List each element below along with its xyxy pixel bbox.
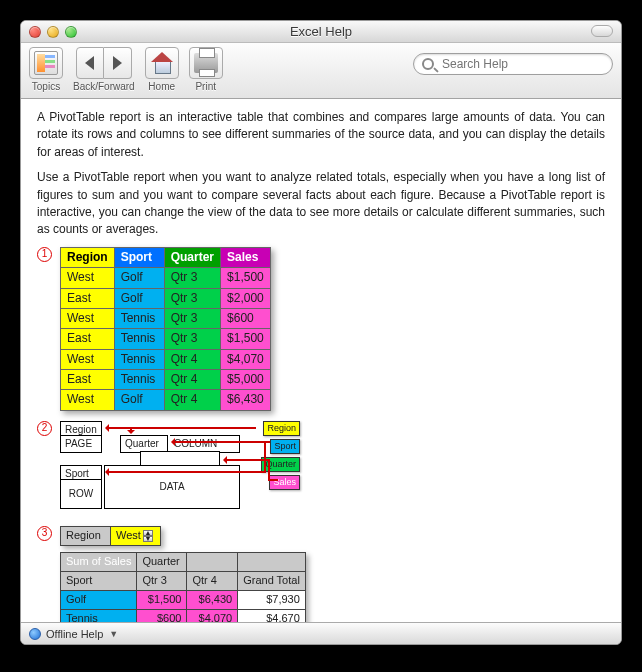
help-window: Excel Help Topics Back/Forward Home: [20, 20, 622, 645]
arrow-icon: [106, 471, 264, 473]
backforward-label: Back/Forward: [73, 81, 135, 92]
home-label: Home: [148, 81, 175, 92]
status-label[interactable]: Offline Help: [46, 628, 103, 640]
back-button[interactable]: [76, 47, 104, 79]
help-content[interactable]: A PivotTable report is an interactive ta…: [21, 99, 621, 622]
toolbar: Topics Back/Forward Home Print: [21, 43, 621, 99]
topics-icon: [34, 51, 58, 75]
table-row: WestTennisQtr 4$4,070: [61, 349, 271, 369]
table-row: EastTennisQtr 4$5,000: [61, 370, 271, 390]
th-region: Region: [61, 247, 115, 267]
arrow-icon: [106, 427, 256, 429]
table-row: WestGolfQtr 4$6,430: [61, 390, 271, 410]
search-input[interactable]: [440, 56, 604, 72]
table-row: EastTennisQtr 3$1,500: [61, 329, 271, 349]
th-sales: Sales: [221, 247, 271, 267]
intro-paragraph-1: A PivotTable report is an interactive ta…: [37, 109, 605, 161]
globe-icon: [29, 628, 41, 640]
toolbar-pill-button[interactable]: [591, 25, 613, 37]
chip-sport: Sport: [270, 439, 300, 454]
intro-paragraph-2: Use a PivotTable report when you want to…: [37, 169, 605, 239]
printer-icon: [194, 53, 218, 73]
search-icon: [422, 58, 434, 70]
diagram-page-area: PAGE: [60, 435, 102, 454]
chip-region: Region: [263, 421, 300, 436]
search-field[interactable]: [413, 53, 613, 75]
table-row: WestTennisQtr 3$600: [61, 308, 271, 328]
arrow-icon: [130, 427, 132, 433]
th-sport: Sport: [114, 247, 164, 267]
table-row: Tennis $600 $4,070 $4,670: [61, 609, 306, 622]
home-button[interactable]: [145, 47, 179, 79]
topics-label: Topics: [32, 81, 60, 92]
back-icon: [85, 56, 94, 70]
table-row: WestGolfQtr 3$1,500: [61, 268, 271, 288]
pivot-result: Region West▲▼ Sum of Sales Quarter Sport: [60, 526, 306, 622]
window-title: Excel Help: [21, 24, 621, 39]
arrow-icon: [172, 441, 270, 443]
callout-2: 2: [37, 421, 52, 436]
chip-sales: Sales: [269, 475, 300, 490]
pivot-diagram: Region PAGE Quarter COLUMN Sum of Sales …: [60, 421, 400, 516]
stepper-icon[interactable]: ▲▼: [143, 530, 153, 542]
pivot-region-value[interactable]: West▲▼: [111, 526, 161, 545]
arrow-icon: [224, 459, 268, 461]
topics-button[interactable]: [29, 47, 63, 79]
pivot-region-label: Region: [61, 526, 111, 545]
chevron-down-icon[interactable]: ▼: [109, 629, 118, 639]
diagram-row-area: ROW: [60, 479, 102, 509]
forward-icon: [113, 56, 122, 70]
th-quarter: Quarter: [164, 247, 220, 267]
source-data-table: Region Sport Quarter Sales WestGolfQtr 3…: [60, 247, 271, 411]
table-row: Golf $1,500 $6,430 $7,930: [61, 590, 306, 609]
print-button[interactable]: [189, 47, 223, 79]
callout-3: 3: [37, 526, 52, 541]
forward-button[interactable]: [104, 47, 132, 79]
table-row: EastGolfQtr 3$2,000: [61, 288, 271, 308]
home-icon: [150, 52, 174, 74]
status-bar: Offline Help ▼: [21, 622, 621, 644]
callout-1: 1: [37, 247, 52, 262]
titlebar[interactable]: Excel Help: [21, 21, 621, 43]
print-label: Print: [195, 81, 216, 92]
